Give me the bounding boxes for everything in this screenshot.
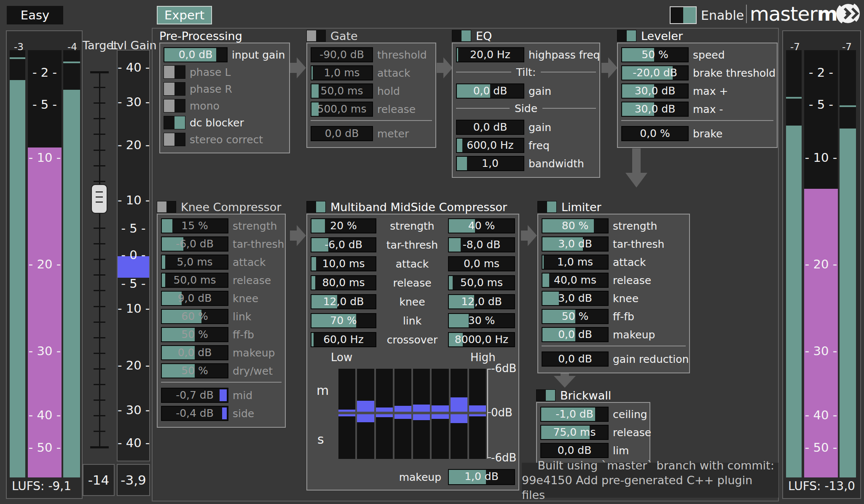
gate-hold-slider[interactable]: 50,0 ms — [311, 83, 373, 99]
level-bar — [840, 129, 856, 477]
limiter-strength-value: 80 % — [542, 219, 608, 232]
multiband-high-strength-value: 40 % — [449, 219, 514, 232]
brickwall-ceiling-slider[interactable]: -1,0 dB — [540, 407, 609, 422]
knee-knee-slider[interactable]: 9,0 dB — [161, 291, 228, 306]
multiband-low-release-value: 80,0 ms — [311, 276, 376, 289]
knee-strength-slider[interactable]: 15 % — [161, 218, 228, 233]
gate-threshold-label: threshold — [377, 49, 427, 61]
toggle-off-half — [307, 30, 316, 41]
pre-title: Pre-Processing — [159, 29, 242, 43]
brickwall-lim-meter: 0,0 dB — [540, 443, 609, 458]
knee-ff-fb-slider[interactable]: 50 % — [161, 327, 228, 342]
eq-gain-slider[interactable]: 0,0 dB — [456, 83, 524, 99]
eq-freq-slider[interactable]: 600,0 Hz — [456, 138, 524, 153]
scale-label: - 0 - — [118, 248, 149, 262]
easy-mode-button[interactable]: Easy — [7, 6, 63, 24]
pre-phase-r-toggle[interactable] — [164, 82, 185, 96]
leveler-max-slider[interactable]: 30,0 dB — [621, 102, 689, 117]
pre-stereo-correct-toggle[interactable] — [164, 133, 185, 146]
pre-stereo-correct-label: stereo correct — [190, 134, 263, 146]
limiter-attack-slider[interactable]: 1,0 ms — [542, 255, 609, 270]
gate-threshold-row: -90,0 dBthreshold — [311, 47, 432, 62]
knee-attack-label: attack — [233, 256, 266, 268]
multiband-high-strength-slider[interactable]: 40 % — [448, 218, 515, 233]
knee-title: Knee Compressor — [181, 201, 281, 214]
knee-power-toggle[interactable] — [157, 201, 176, 213]
multiband-low-tar-thresh-slider[interactable]: -6,0 dB — [311, 237, 376, 252]
knee-ff-fb-value: 50 % — [162, 328, 228, 341]
knee-attack-slider[interactable]: 5,0 ms — [161, 255, 228, 270]
lvl-gain-meter: - 40 -- 30 -- 20 -- 10 -- 5 -- 0 -- 5 --… — [117, 50, 150, 461]
limiter-strength-slider[interactable]: 80 % — [542, 218, 609, 233]
knee-dry-wet-slider[interactable]: 50 % — [161, 363, 228, 378]
limiter-ff-fb-slider[interactable]: 50 % — [542, 309, 609, 324]
pre-input-gain-slider[interactable]: 0,0 dB — [164, 47, 228, 62]
limiter-tar-thresh-slider[interactable]: 3,0 dB — [542, 236, 609, 252]
leveler-brake-row: 0,0 %brake — [621, 126, 773, 141]
multiband-power-toggle[interactable] — [306, 201, 326, 213]
scale-label: - 20 - — [118, 138, 149, 152]
leveler-speed-row: 50 %speed — [621, 47, 773, 62]
leveler-power-toggle[interactable] — [617, 30, 636, 42]
multiband-high-link-slider[interactable]: 30 % — [448, 313, 515, 328]
multiband-strength-label: strength — [376, 220, 448, 232]
scale-label: - 40 - — [28, 408, 62, 422]
knee-ff-fb-row: 50 %ff-fb — [161, 327, 282, 342]
panel-multiband-midside-compressor: Multiband MidSide Compressor20 %strength… — [306, 201, 519, 491]
multiband-high-tar-thresh-slider[interactable]: -8,0 dB — [448, 237, 515, 252]
multiband-attack-row: 10,0 msattack0,0 ms — [311, 256, 515, 271]
leveler-brake-threshold-slider[interactable]: -20,0 dB — [621, 65, 689, 80]
multiband-high-release-slider[interactable]: 50,0 ms — [448, 275, 515, 290]
eq-power-toggle[interactable] — [452, 30, 471, 42]
brickwall-power-toggle[interactable] — [536, 389, 555, 401]
target-value-box[interactable]: -14 — [83, 464, 115, 496]
expert-mode-button[interactable]: Expert — [157, 6, 212, 24]
pre-mono-toggle[interactable] — [164, 99, 185, 113]
limiter-makeup-slider[interactable]: 0,0 dB — [542, 327, 609, 342]
multiband-high-attack-slider[interactable]: 0,0 ms — [448, 256, 515, 271]
multiband-low-knee-slider[interactable]: 12,0 dB — [311, 294, 376, 309]
brickwall-release-label: release — [613, 426, 651, 439]
multiband-high-crossover-slider[interactable]: 8000,0 Hz — [448, 332, 515, 347]
limiter-release-slider[interactable]: 40,0 ms — [542, 273, 609, 288]
gate-threshold-slider[interactable]: -90,0 dB — [311, 47, 373, 62]
eq-highpass-freq-slider[interactable]: 20,0 Hz — [456, 47, 524, 62]
multiband-low-attack-slider[interactable]: 10,0 ms — [311, 256, 376, 271]
eq-gain-slider[interactable]: 0,0 dB — [456, 120, 524, 135]
knee-link-slider[interactable]: 60 % — [161, 309, 228, 324]
multiband-high-knee-slider[interactable]: 12,0 dB — [448, 294, 515, 309]
pre-phase-l-row: phase L — [164, 65, 286, 79]
multiband-high-tar-thresh-value: -8,0 dB — [449, 238, 514, 251]
knee-mid-label: mid — [233, 389, 252, 402]
enable-toggle[interactable] — [670, 6, 697, 24]
gate-hold-value: 50,0 ms — [311, 84, 372, 97]
masterme-logo-icon — [835, 1, 861, 26]
gate-power-toggle[interactable] — [306, 30, 326, 42]
gate-attack-slider[interactable]: 1,0 ms — [311, 65, 373, 80]
eq-bandwidth-slider[interactable]: 1,0 — [456, 156, 524, 171]
multiband-low-strength-slider[interactable]: 20 % — [311, 218, 376, 233]
leveler-speed-slider[interactable]: 50 % — [621, 47, 689, 62]
gate-release-slider[interactable]: 500,0 ms — [311, 102, 373, 117]
brickwall-release-slider[interactable]: 75,0 ms — [540, 425, 609, 440]
knee-tar-thresh-slider[interactable]: -6,0 dB — [161, 236, 228, 252]
multiband-low-link-slider[interactable]: 70 % — [311, 313, 376, 328]
scale-label: - 40 - — [118, 60, 149, 75]
eq-gain-value: 0,0 dB — [457, 84, 523, 97]
leveler-max-slider[interactable]: 30,0 dB — [621, 83, 689, 99]
knee-release-row: 50,0 msrelease — [161, 273, 282, 288]
pre-phase-l-toggle[interactable] — [164, 65, 185, 79]
multiband-low-crossover-slider[interactable]: 60,0 Hz — [311, 332, 376, 347]
limiter-power-toggle[interactable] — [537, 201, 557, 213]
pre-dc-blocker-toggle[interactable] — [164, 116, 185, 129]
multiband-makeup-slider[interactable]: 1,0 dB — [448, 469, 515, 485]
brickwall-lim-label: lim — [613, 445, 629, 457]
multiband-low-release-slider[interactable]: 80,0 ms — [311, 275, 376, 290]
knee-release-slider[interactable]: 50,0 ms — [161, 273, 228, 288]
target-slider-handle[interactable] — [91, 184, 107, 214]
knee-mid-row: -0,7 dBmid — [161, 388, 282, 403]
limiter-knee-slider[interactable]: 3,0 dB — [542, 291, 609, 306]
knee-makeup-slider[interactable]: 0,0 dB — [161, 345, 228, 360]
tick-minor — [94, 165, 105, 166]
toggle-off-half — [538, 201, 547, 212]
